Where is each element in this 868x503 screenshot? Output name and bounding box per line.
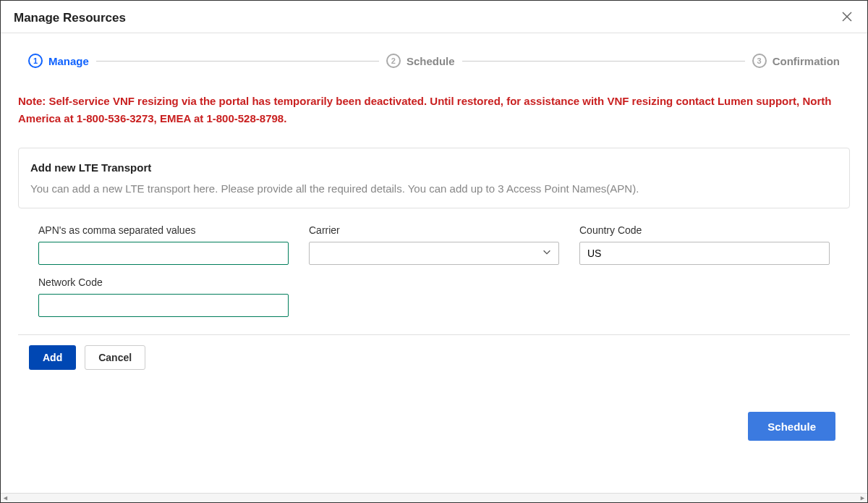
warning-note: Note: Self-service VNF resizing via the … [18, 93, 850, 127]
schedule-action-wrap: Schedule [18, 370, 850, 458]
form-row-2: Network Code [18, 276, 850, 317]
cancel-button[interactable]: Cancel [85, 345, 145, 370]
carrier-field-group: Carrier [309, 224, 559, 265]
manage-resources-dialog: Manage Resources 1 Manage 2 Schedule 3 C… [1, 1, 867, 502]
lte-transport-card: Add new LTE Transport You can add a new … [18, 148, 850, 208]
card-title: Add new LTE Transport [30, 161, 838, 174]
network-code-label: Network Code [38, 276, 289, 288]
content-area: Note: Self-service VNF resizing via the … [1, 83, 867, 502]
dialog-header: Manage Resources [1, 1, 867, 33]
network-code-field-group: Network Code [38, 276, 289, 317]
stepper: 1 Manage 2 Schedule 3 Confirmation [1, 33, 867, 83]
country-code-label: Country Code [579, 224, 830, 236]
apn-input[interactable] [38, 242, 289, 265]
step-label: Confirmation [773, 55, 840, 67]
horizontal-scrollbar[interactable]: ◄ ► [1, 493, 867, 502]
step-manage[interactable]: 1 Manage [28, 54, 89, 68]
step-divider [96, 61, 379, 62]
step-label: Schedule [407, 55, 455, 67]
step-confirmation[interactable]: 3 Confirmation [752, 54, 840, 68]
dialog-title: Manage Resources [14, 11, 126, 25]
carrier-label: Carrier [309, 224, 559, 236]
add-button[interactable]: Add [29, 345, 76, 370]
apn-label: APN's as comma separated values [38, 224, 289, 236]
step-number: 2 [386, 54, 401, 68]
network-code-input[interactable] [38, 294, 289, 317]
form-row-1: APN's as comma separated values Carrier [18, 224, 850, 265]
step-label: Manage [48, 55, 89, 67]
scroll-right-icon: ► [859, 494, 866, 502]
schedule-button[interactable]: Schedule [748, 412, 835, 441]
form-actions: Add Cancel [18, 334, 850, 370]
step-divider [462, 61, 745, 62]
country-code-input[interactable] [579, 242, 830, 265]
scroll-left-icon: ◄ [2, 494, 9, 502]
close-icon [841, 11, 853, 25]
carrier-select[interactable] [309, 242, 559, 265]
step-schedule[interactable]: 2 Schedule [386, 54, 455, 68]
step-number: 3 [752, 54, 767, 68]
apn-field-group: APN's as comma separated values [38, 224, 289, 265]
card-description: You can add a new LTE transport here. Pl… [30, 182, 838, 195]
close-button[interactable] [840, 11, 854, 25]
step-number: 1 [28, 54, 43, 68]
country-code-field-group: Country Code [579, 224, 830, 265]
